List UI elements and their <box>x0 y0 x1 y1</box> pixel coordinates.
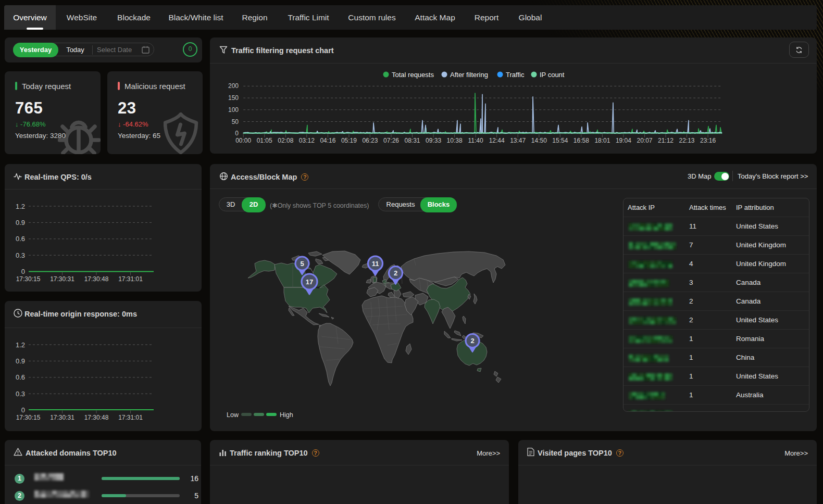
svg-text:22:13: 22:13 <box>679 137 694 144</box>
svg-text:10:38: 10:38 <box>447 137 463 144</box>
svg-text:01:05: 01:05 <box>257 137 272 144</box>
svg-text:11:40: 11:40 <box>468 137 483 144</box>
svg-text:2: 2 <box>394 269 397 277</box>
svg-text:150: 150 <box>228 94 239 102</box>
svg-text:11: 11 <box>372 260 379 268</box>
svg-text:0: 0 <box>21 268 25 275</box>
svg-text:100: 100 <box>228 106 239 114</box>
svg-text:0.6: 0.6 <box>16 235 25 243</box>
svg-text:20:07: 20:07 <box>637 137 652 144</box>
svg-text:0.3: 0.3 <box>16 251 25 259</box>
svg-text:0: 0 <box>235 130 239 137</box>
svg-text:05:19: 05:19 <box>341 137 357 144</box>
svg-text:2: 2 <box>470 337 474 345</box>
svg-text:0: 0 <box>21 406 25 414</box>
svg-text:17:31:01: 17:31:01 <box>118 414 143 421</box>
svg-text:17:31:01: 17:31:01 <box>118 275 143 283</box>
svg-text:17: 17 <box>306 278 313 286</box>
svg-text:04:16: 04:16 <box>320 137 335 144</box>
svg-text:00:00: 00:00 <box>235 137 251 144</box>
svg-text:1.2: 1.2 <box>16 203 25 210</box>
svg-text:08:31: 08:31 <box>404 137 420 144</box>
svg-text:12:44: 12:44 <box>489 137 505 144</box>
svg-text:After filtering: After filtering <box>450 71 488 79</box>
svg-text:17:30:15: 17:30:15 <box>16 414 41 421</box>
svg-text:0.3: 0.3 <box>16 390 25 398</box>
svg-text:Traffic: Traffic <box>506 71 525 79</box>
svg-text:IP count: IP count <box>540 71 565 79</box>
svg-text:06:23: 06:23 <box>362 137 378 144</box>
svg-text:02:08: 02:08 <box>278 137 293 144</box>
svg-text:0.9: 0.9 <box>16 357 25 365</box>
svg-text:17:30:31: 17:30:31 <box>50 275 74 283</box>
svg-text:09:33: 09:33 <box>426 137 441 144</box>
svg-text:5: 5 <box>300 260 304 268</box>
svg-text:18:01: 18:01 <box>594 137 610 144</box>
svg-text:15:54: 15:54 <box>552 137 568 144</box>
svg-text:0.9: 0.9 <box>16 219 25 226</box>
svg-text:17:30:31: 17:30:31 <box>50 414 74 421</box>
svg-text:03:12: 03:12 <box>299 137 315 144</box>
svg-text:50: 50 <box>232 118 239 125</box>
svg-text:21:12: 21:12 <box>658 137 674 144</box>
svg-text:23:16: 23:16 <box>700 137 716 144</box>
svg-text:19:04: 19:04 <box>616 137 631 144</box>
svg-text:13:47: 13:47 <box>510 137 526 144</box>
svg-text:Total requests: Total requests <box>392 71 434 79</box>
svg-text:17:30:48: 17:30:48 <box>84 414 109 421</box>
svg-text:0.6: 0.6 <box>16 373 25 381</box>
svg-text:17:30:15: 17:30:15 <box>16 275 41 283</box>
svg-text:07:26: 07:26 <box>383 137 399 144</box>
svg-text:14:50: 14:50 <box>531 137 547 144</box>
svg-text:200: 200 <box>228 82 239 90</box>
svg-text:1.2: 1.2 <box>16 341 25 349</box>
svg-text:16:58: 16:58 <box>573 137 589 144</box>
svg-text:17:30:48: 17:30:48 <box>84 275 109 283</box>
